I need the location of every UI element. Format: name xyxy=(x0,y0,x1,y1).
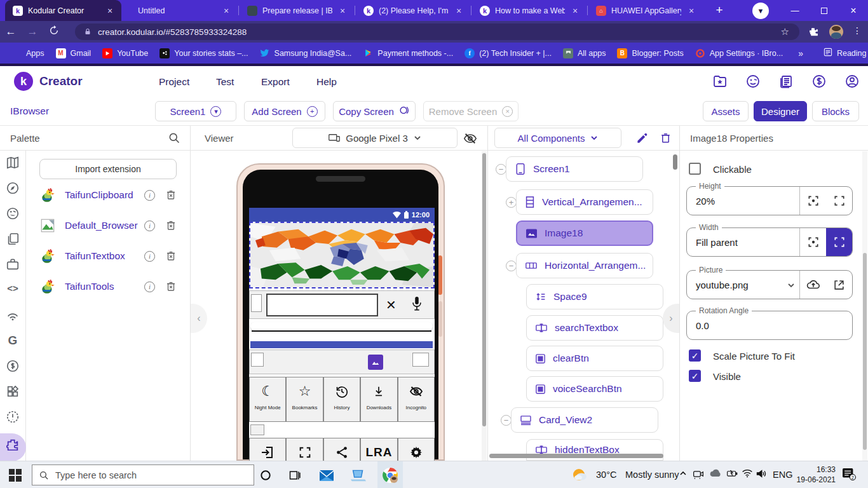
right-box-component[interactable] xyxy=(412,353,429,367)
menu-project[interactable]: Project xyxy=(159,76,189,88)
tab-huawei-appgallery[interactable]: ⌂ HUAWEI AppGallery × xyxy=(588,0,703,21)
search-textbox-component[interactable] xyxy=(266,294,378,316)
battery-icon[interactable] xyxy=(726,469,738,480)
width-value[interactable]: Fill parent xyxy=(696,237,738,248)
google-category-icon[interactable]: G xyxy=(6,334,20,348)
kodular-logo[interactable]: k xyxy=(14,72,33,91)
weather-icon[interactable] xyxy=(571,466,588,484)
close-window-button[interactable]: × xyxy=(839,0,868,21)
tree-item-clearbtn[interactable]: clearBtn xyxy=(526,346,663,371)
tab-close-icon[interactable]: × xyxy=(570,6,580,16)
bookmark-tech-insider[interactable]: f (2) Tech Insider + |... xyxy=(465,48,552,58)
tree-item-screen1[interactable]: Screen1 xyxy=(506,156,643,182)
bookmark-apps[interactable]: Apps xyxy=(11,48,44,58)
reload-icon[interactable] xyxy=(43,25,65,39)
new-tab-button[interactable]: + xyxy=(712,3,727,18)
delete-icon[interactable] xyxy=(165,250,177,262)
night-mode-button[interactable]: ☾ Night Mode xyxy=(249,377,286,422)
news-docs-icon[interactable] xyxy=(778,74,794,89)
voice-search-mic-icon[interactable] xyxy=(410,295,424,316)
properties-scrollbar[interactable] xyxy=(862,151,867,461)
search-icon[interactable] xyxy=(168,132,180,147)
maximize-button[interactable] xyxy=(810,0,839,21)
viewer-scrollbar[interactable] xyxy=(482,151,487,461)
bookmark-app-settings[interactable]: App Settings · IBro... xyxy=(695,48,783,58)
chrome-app-icon[interactable] xyxy=(381,466,399,484)
palette-item-taifuntools[interactable]: TaifunTools i xyxy=(39,278,177,295)
media-controls-button[interactable]: ▼ xyxy=(752,3,769,19)
volume-icon[interactable] xyxy=(756,469,767,481)
temperature-text[interactable]: 30°C xyxy=(596,470,616,480)
tree-item-image18[interactable]: Image18 xyxy=(516,220,653,246)
taskbar-search-input[interactable]: Type here to search xyxy=(32,464,254,485)
reading-list-button[interactable]: Reading list xyxy=(824,48,868,58)
add-screen-button[interactable]: Add Screen + xyxy=(244,101,325,121)
bookmark-youtube[interactable]: YouTube xyxy=(102,48,148,58)
clickable-checkbox[interactable] xyxy=(689,163,701,175)
height-fill-parent-icon[interactable] xyxy=(826,187,852,215)
tree-item-vertical-arrangement[interactable]: Vertical_Arrangemen... xyxy=(516,189,653,215)
profile-avatar[interactable] xyxy=(829,25,843,39)
hidden-textbox-component[interactable] xyxy=(251,353,264,367)
tree-horizontal-scrollbar[interactable] xyxy=(489,454,665,458)
bookmark-samsung-twitter[interactable]: Samsung India@Sa... xyxy=(260,48,352,58)
logic-category-icon[interactable]: <> xyxy=(6,283,20,297)
tab-prepare-release[interactable]: Prepare release | IBrow × xyxy=(240,0,354,21)
tab-please-help[interactable]: k (2) Please Help, I'm ge × xyxy=(356,0,470,21)
upload-cloud-icon[interactable] xyxy=(800,271,826,299)
bookmark-payment-methods[interactable]: Payment methods -... xyxy=(363,48,453,58)
lra-button[interactable]: LRA xyxy=(360,438,397,461)
forward-icon[interactable]: → xyxy=(22,25,43,38)
delete-icon[interactable] xyxy=(165,281,177,292)
hide-ui-eye-off-icon[interactable] xyxy=(463,132,477,148)
menu-help[interactable]: Help xyxy=(316,76,337,88)
scale-picture-checkbox[interactable]: ✓ xyxy=(689,349,701,362)
tab-close-icon[interactable]: × xyxy=(221,6,231,16)
assets-button[interactable]: Assets xyxy=(703,101,749,121)
menu-test[interactable]: Test xyxy=(216,76,234,88)
extensions-puzzle-icon[interactable] xyxy=(808,27,819,40)
extensions-category-icon[interactable] xyxy=(6,438,20,452)
widgets-category-icon[interactable] xyxy=(6,384,20,398)
tab-kodular-creator[interactable]: k Kodular Creator × xyxy=(5,0,121,21)
tray-expand-chevron[interactable] xyxy=(679,469,688,480)
mail-app-icon[interactable] xyxy=(318,466,336,484)
copy-screen-button[interactable]: Copy Screen xyxy=(333,101,416,121)
menu-kebab-icon[interactable]: ⋮ xyxy=(853,25,863,38)
palette-item-default-browser[interactable]: Default_Browser i xyxy=(39,217,177,234)
meet-now-icon[interactable] xyxy=(693,469,704,482)
downloads-button[interactable]: Downloads xyxy=(360,377,397,422)
device-select[interactable]: Google Pixel 3 xyxy=(292,128,458,148)
bookmark-blogger[interactable]: B Blogger: Posts xyxy=(617,48,683,58)
minimize-button[interactable]: — xyxy=(780,0,810,21)
exit-button[interactable] xyxy=(249,438,286,461)
settings-button[interactable] xyxy=(398,438,435,461)
layout-category-icon[interactable] xyxy=(6,232,20,246)
social-category-icon[interactable] xyxy=(6,207,20,220)
rotation-angle-value[interactable]: 0.0 xyxy=(696,320,709,331)
start-button[interactable] xyxy=(9,469,22,482)
history-button[interactable]: History xyxy=(323,377,360,422)
width-automatic-icon[interactable] xyxy=(800,228,826,256)
info-icon[interactable]: i xyxy=(144,281,155,292)
width-fill-parent-icon[interactable] xyxy=(826,228,852,256)
clear-button[interactable]: ✕ xyxy=(386,297,397,313)
bookmark-stories-stats[interactable]: Your stories stats –... xyxy=(159,48,248,58)
info-icon[interactable]: i xyxy=(144,220,155,231)
rename-pencil-icon[interactable] xyxy=(636,132,648,147)
your-phone-app-icon[interactable] xyxy=(349,466,367,484)
share-button[interactable] xyxy=(323,438,360,461)
utilities-category-icon[interactable] xyxy=(6,257,20,271)
component-filter-select[interactable]: All Components xyxy=(494,128,621,148)
navigation-category-icon[interactable] xyxy=(6,181,20,195)
tree-item-space9[interactable]: Space9 xyxy=(526,284,663,309)
bookmark-gmail[interactable]: M Gmail xyxy=(56,48,92,58)
expand-expander[interactable]: + xyxy=(506,197,517,208)
delete-icon[interactable] xyxy=(165,189,177,201)
maps-category-icon[interactable] xyxy=(6,156,20,170)
palette-item-taifunclipboard[interactable]: TaifunClipboard i xyxy=(39,186,177,204)
collapse-expander[interactable]: − xyxy=(496,164,506,175)
purple-image-icon[interactable] xyxy=(368,355,383,370)
tab-close-icon[interactable]: × xyxy=(454,6,464,16)
tree-item-cardview2[interactable]: Card_View2 xyxy=(511,407,658,433)
